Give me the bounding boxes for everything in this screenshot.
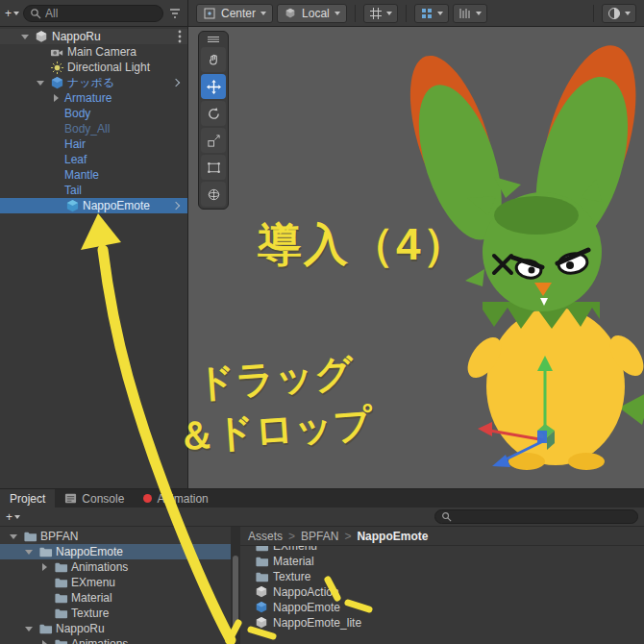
tab-animation[interactable]: Animation: [134, 489, 217, 508]
breadcrumb: Assets > BPFAN > NappoEmote: [240, 527, 644, 546]
rotate-tool-button[interactable]: [201, 101, 226, 126]
scrollbar-thumb[interactable]: [233, 556, 238, 631]
animation-record-icon: [143, 494, 152, 503]
file-label: Texture: [273, 570, 310, 583]
hierarchy-row-armature[interactable]: Armature: [0, 90, 187, 106]
foldout-closed-icon[interactable]: [54, 94, 59, 102]
tree-row-exmenu[interactable]: EXmenu: [0, 575, 231, 590]
hierarchy-item-label: Leaf: [64, 153, 87, 166]
hierarchy-item-label: Hair: [64, 137, 86, 151]
breadcrumb-assets[interactable]: Assets: [248, 530, 283, 543]
file-row-texture[interactable]: Texture: [240, 569, 644, 584]
transform-tool-button[interactable]: [201, 182, 226, 207]
file-row-nappoaction[interactable]: NappoAction: [240, 584, 644, 600]
filter-icon[interactable]: [167, 6, 183, 21]
tree-item-label: NappoEmote: [56, 545, 123, 558]
foldout-open-icon[interactable]: [25, 627, 33, 632]
scene-tool-strip: [198, 31, 229, 210]
hierarchy-row-tail[interactable]: Tail: [0, 183, 187, 198]
folder-icon: [53, 636, 68, 644]
scene-view[interactable]: [188, 27, 644, 488]
chevron-down-icon: [625, 12, 631, 15]
tab-label: Animation: [157, 492, 208, 506]
folder-icon: [53, 559, 68, 575]
tab-project[interactable]: Project: [0, 489, 55, 508]
gizmos-dropdown-button[interactable]: [602, 4, 636, 23]
tree-row-material[interactable]: Material: [0, 590, 231, 606]
kebab-menu-icon[interactable]: [178, 30, 182, 43]
snap-increment-button[interactable]: [414, 4, 449, 23]
folder-icon: [37, 544, 53, 559]
breadcrumb-nappoemote[interactable]: NappoEmote: [357, 530, 428, 543]
scale-tool-button[interactable]: [201, 128, 226, 153]
breadcrumb-separator: >: [344, 530, 351, 543]
foldout-open-icon[interactable]: [37, 81, 44, 86]
foldout-open-icon[interactable]: [25, 550, 33, 555]
pivot-mode-button[interactable]: Center: [196, 4, 273, 23]
move-tool-button[interactable]: [201, 74, 226, 99]
hierarchy-row-body[interactable]: Body: [0, 106, 187, 121]
scene-character-render: [188, 27, 644, 488]
create-object-button[interactable]: +: [5, 7, 19, 20]
hierarchy-row-hair[interactable]: Hair: [0, 136, 187, 152]
breadcrumb-separator: >: [288, 530, 295, 543]
overlay-handle-icon[interactable]: [201, 34, 226, 45]
orientation-label: Local: [302, 7, 330, 20]
project-search-input[interactable]: [434, 509, 638, 524]
hierarchy-row-main-camera[interactable]: Main Camera: [0, 44, 187, 60]
tree-item-label: Material: [71, 591, 112, 605]
foldout-open-icon[interactable]: [10, 534, 17, 539]
tree-row-animations-2[interactable]: Animations: [0, 636, 231, 644]
tree-row-texture[interactable]: Texture: [0, 606, 231, 621]
tree-row-napporu[interactable]: NappoRu: [0, 621, 231, 636]
file-label: NappoEmote_lite: [273, 616, 361, 630]
tree-row-animations[interactable]: Animations: [0, 559, 231, 575]
file-row-nappoemote[interactable]: NappoEmote: [240, 600, 644, 615]
project-toolbar: +: [0, 508, 644, 527]
hierarchy-toolbar: + All: [0, 0, 188, 26]
rect-tool-button[interactable]: [201, 155, 226, 180]
project-file-panel: Assets > BPFAN > NappoEmote EXmenu Mater…: [240, 527, 644, 644]
hierarchy-row-mantle[interactable]: Mantle: [0, 167, 187, 183]
file-label: NappoEmote: [273, 601, 340, 614]
tree-row-nappoemote[interactable]: NappoEmote: [0, 544, 231, 559]
tab-label: Console: [82, 492, 124, 506]
ruler-icon: [458, 6, 472, 21]
hierarchy-item-label: Body: [64, 107, 90, 120]
prefab-open-chevron-icon[interactable]: [172, 79, 180, 87]
prefab-open-chevron-icon[interactable]: [172, 202, 180, 210]
toolbar-divider: [593, 5, 594, 22]
hierarchy-row-leaf[interactable]: Leaf: [0, 152, 187, 167]
hierarchy-row-scene[interactable]: NappoRu: [0, 29, 187, 44]
hierarchy-row-napporu-prefab[interactable]: ナッポる: [0, 75, 187, 90]
rect-icon: [206, 160, 221, 175]
create-asset-button[interactable]: +: [6, 510, 20, 524]
foldout-closed-icon[interactable]: [42, 563, 47, 571]
breadcrumb-bpfan[interactable]: BPFAN: [301, 530, 338, 543]
tree-item-label: EXmenu: [71, 576, 115, 589]
hierarchy-row-nappoemote[interactable]: NappoEmote: [0, 198, 187, 213]
folder-icon: [254, 554, 269, 569]
tree-scrollbar[interactable]: [231, 527, 240, 644]
foldout-closed-icon[interactable]: [42, 640, 47, 644]
hierarchy-search-input[interactable]: All: [23, 5, 163, 22]
foldout-open-icon[interactable]: [21, 35, 29, 39]
file-row-material[interactable]: Material: [240, 554, 644, 569]
light-icon: [49, 60, 64, 75]
hierarchy-row-directional-light[interactable]: Directional Light: [0, 60, 187, 75]
grid-icon: [369, 6, 383, 21]
orientation-mode-button[interactable]: Local: [277, 4, 347, 23]
move-icon: [206, 79, 221, 94]
chevron-down-icon: [13, 12, 19, 15]
tree-row-bpfan[interactable]: BPFAN: [0, 529, 231, 544]
folder-icon: [254, 569, 269, 584]
chevron-down-icon: [334, 12, 340, 15]
asset-cube-icon: [254, 584, 269, 600]
tab-console[interactable]: Console: [55, 489, 134, 508]
grid-snap-button[interactable]: [453, 4, 487, 23]
scene-name: NappoRu: [52, 30, 101, 43]
grid-visibility-button[interactable]: [363, 4, 398, 23]
hand-tool-button[interactable]: [201, 47, 226, 72]
hierarchy-row-body-all[interactable]: Body_All: [0, 121, 187, 136]
file-row-nappoemote-lite[interactable]: NappoEmote_lite: [240, 615, 644, 631]
